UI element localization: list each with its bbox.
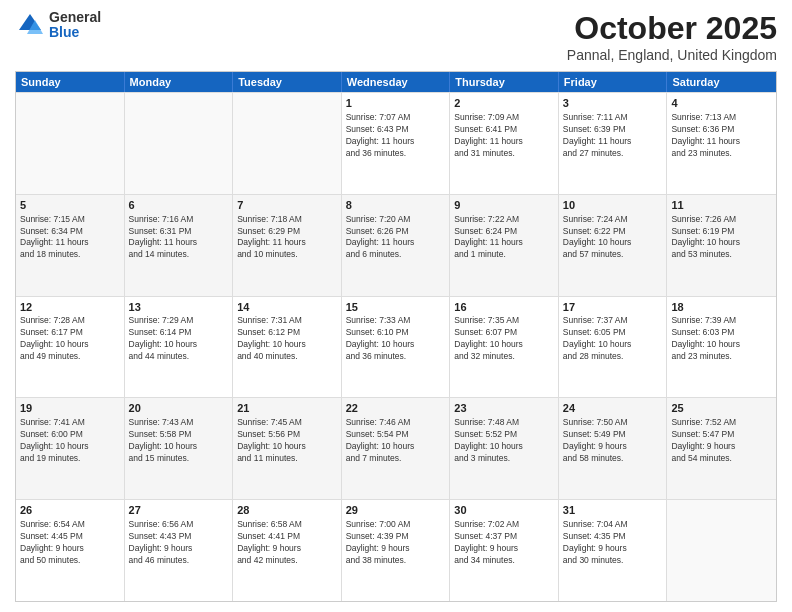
- cell-info: Sunrise: 7:00 AM Sunset: 4:39 PM Dayligh…: [346, 519, 446, 567]
- logo-text: General Blue: [49, 10, 101, 41]
- day-number: 7: [237, 198, 337, 213]
- logo-icon: [15, 10, 45, 40]
- page: General Blue October 2025 Pannal, Englan…: [0, 0, 792, 612]
- calendar-cell: 11Sunrise: 7:26 AM Sunset: 6:19 PM Dayli…: [667, 195, 776, 296]
- day-number: 9: [454, 198, 554, 213]
- calendar-cell: 17Sunrise: 7:37 AM Sunset: 6:05 PM Dayli…: [559, 297, 668, 398]
- calendar-cell: 18Sunrise: 7:39 AM Sunset: 6:03 PM Dayli…: [667, 297, 776, 398]
- cell-info: Sunrise: 7:50 AM Sunset: 5:49 PM Dayligh…: [563, 417, 663, 465]
- cell-info: Sunrise: 7:09 AM Sunset: 6:41 PM Dayligh…: [454, 112, 554, 160]
- calendar-cell: 14Sunrise: 7:31 AM Sunset: 6:12 PM Dayli…: [233, 297, 342, 398]
- cell-info: Sunrise: 7:20 AM Sunset: 6:26 PM Dayligh…: [346, 214, 446, 262]
- day-number: 23: [454, 401, 554, 416]
- calendar-cell: 28Sunrise: 6:58 AM Sunset: 4:41 PM Dayli…: [233, 500, 342, 601]
- calendar-body: 1Sunrise: 7:07 AM Sunset: 6:43 PM Daylig…: [16, 92, 776, 601]
- title-location: Pannal, England, United Kingdom: [567, 47, 777, 63]
- calendar-cell: 1Sunrise: 7:07 AM Sunset: 6:43 PM Daylig…: [342, 93, 451, 194]
- day-number: 21: [237, 401, 337, 416]
- day-number: 11: [671, 198, 772, 213]
- cell-info: Sunrise: 6:56 AM Sunset: 4:43 PM Dayligh…: [129, 519, 229, 567]
- day-number: 12: [20, 300, 120, 315]
- day-number: 24: [563, 401, 663, 416]
- header-day: Monday: [125, 72, 234, 92]
- calendar-cell: 31Sunrise: 7:04 AM Sunset: 4:35 PM Dayli…: [559, 500, 668, 601]
- cell-info: Sunrise: 7:39 AM Sunset: 6:03 PM Dayligh…: [671, 315, 772, 363]
- calendar-cell: 10Sunrise: 7:24 AM Sunset: 6:22 PM Dayli…: [559, 195, 668, 296]
- header-day: Friday: [559, 72, 668, 92]
- calendar-cell: 4Sunrise: 7:13 AM Sunset: 6:36 PM Daylig…: [667, 93, 776, 194]
- calendar-cell: 15Sunrise: 7:33 AM Sunset: 6:10 PM Dayli…: [342, 297, 451, 398]
- calendar-cell: 3Sunrise: 7:11 AM Sunset: 6:39 PM Daylig…: [559, 93, 668, 194]
- calendar-cell: 29Sunrise: 7:00 AM Sunset: 4:39 PM Dayli…: [342, 500, 451, 601]
- day-number: 20: [129, 401, 229, 416]
- calendar-cell: [125, 93, 234, 194]
- calendar-cell: 6Sunrise: 7:16 AM Sunset: 6:31 PM Daylig…: [125, 195, 234, 296]
- calendar-cell: 16Sunrise: 7:35 AM Sunset: 6:07 PM Dayli…: [450, 297, 559, 398]
- cell-info: Sunrise: 7:52 AM Sunset: 5:47 PM Dayligh…: [671, 417, 772, 465]
- day-number: 8: [346, 198, 446, 213]
- day-number: 19: [20, 401, 120, 416]
- cell-info: Sunrise: 7:07 AM Sunset: 6:43 PM Dayligh…: [346, 112, 446, 160]
- cell-info: Sunrise: 7:46 AM Sunset: 5:54 PM Dayligh…: [346, 417, 446, 465]
- day-number: 31: [563, 503, 663, 518]
- header: General Blue October 2025 Pannal, Englan…: [15, 10, 777, 63]
- calendar-cell: 27Sunrise: 6:56 AM Sunset: 4:43 PM Dayli…: [125, 500, 234, 601]
- calendar-cell: 7Sunrise: 7:18 AM Sunset: 6:29 PM Daylig…: [233, 195, 342, 296]
- calendar-row: 5Sunrise: 7:15 AM Sunset: 6:34 PM Daylig…: [16, 194, 776, 296]
- calendar-cell: 13Sunrise: 7:29 AM Sunset: 6:14 PM Dayli…: [125, 297, 234, 398]
- cell-info: Sunrise: 7:24 AM Sunset: 6:22 PM Dayligh…: [563, 214, 663, 262]
- title-month: October 2025: [567, 10, 777, 47]
- cell-info: Sunrise: 7:16 AM Sunset: 6:31 PM Dayligh…: [129, 214, 229, 262]
- header-day: Thursday: [450, 72, 559, 92]
- cell-info: Sunrise: 7:45 AM Sunset: 5:56 PM Dayligh…: [237, 417, 337, 465]
- header-day: Sunday: [16, 72, 125, 92]
- logo-general: General: [49, 10, 101, 25]
- day-number: 3: [563, 96, 663, 111]
- calendar-cell: 25Sunrise: 7:52 AM Sunset: 5:47 PM Dayli…: [667, 398, 776, 499]
- cell-info: Sunrise: 7:22 AM Sunset: 6:24 PM Dayligh…: [454, 214, 554, 262]
- calendar-cell: 9Sunrise: 7:22 AM Sunset: 6:24 PM Daylig…: [450, 195, 559, 296]
- cell-info: Sunrise: 7:48 AM Sunset: 5:52 PM Dayligh…: [454, 417, 554, 465]
- calendar-cell: 2Sunrise: 7:09 AM Sunset: 6:41 PM Daylig…: [450, 93, 559, 194]
- cell-info: Sunrise: 7:41 AM Sunset: 6:00 PM Dayligh…: [20, 417, 120, 465]
- day-number: 16: [454, 300, 554, 315]
- day-number: 15: [346, 300, 446, 315]
- cell-info: Sunrise: 7:02 AM Sunset: 4:37 PM Dayligh…: [454, 519, 554, 567]
- calendar-cell: 23Sunrise: 7:48 AM Sunset: 5:52 PM Dayli…: [450, 398, 559, 499]
- cell-info: Sunrise: 7:43 AM Sunset: 5:58 PM Dayligh…: [129, 417, 229, 465]
- calendar: SundayMondayTuesdayWednesdayThursdayFrid…: [15, 71, 777, 602]
- header-day: Saturday: [667, 72, 776, 92]
- calendar-cell: [233, 93, 342, 194]
- calendar-row: 26Sunrise: 6:54 AM Sunset: 4:45 PM Dayli…: [16, 499, 776, 601]
- calendar-cell: [16, 93, 125, 194]
- cell-info: Sunrise: 7:31 AM Sunset: 6:12 PM Dayligh…: [237, 315, 337, 363]
- day-number: 10: [563, 198, 663, 213]
- calendar-row: 19Sunrise: 7:41 AM Sunset: 6:00 PM Dayli…: [16, 397, 776, 499]
- cell-info: Sunrise: 7:35 AM Sunset: 6:07 PM Dayligh…: [454, 315, 554, 363]
- cell-info: Sunrise: 7:18 AM Sunset: 6:29 PM Dayligh…: [237, 214, 337, 262]
- cell-info: Sunrise: 7:11 AM Sunset: 6:39 PM Dayligh…: [563, 112, 663, 160]
- cell-info: Sunrise: 7:04 AM Sunset: 4:35 PM Dayligh…: [563, 519, 663, 567]
- day-number: 5: [20, 198, 120, 213]
- day-number: 25: [671, 401, 772, 416]
- calendar-cell: 24Sunrise: 7:50 AM Sunset: 5:49 PM Dayli…: [559, 398, 668, 499]
- calendar-cell: 21Sunrise: 7:45 AM Sunset: 5:56 PM Dayli…: [233, 398, 342, 499]
- logo: General Blue: [15, 10, 101, 41]
- day-number: 17: [563, 300, 663, 315]
- cell-info: Sunrise: 7:29 AM Sunset: 6:14 PM Dayligh…: [129, 315, 229, 363]
- calendar-cell: 30Sunrise: 7:02 AM Sunset: 4:37 PM Dayli…: [450, 500, 559, 601]
- calendar-row: 1Sunrise: 7:07 AM Sunset: 6:43 PM Daylig…: [16, 92, 776, 194]
- day-number: 22: [346, 401, 446, 416]
- title-block: October 2025 Pannal, England, United Kin…: [567, 10, 777, 63]
- day-number: 14: [237, 300, 337, 315]
- calendar-header: SundayMondayTuesdayWednesdayThursdayFrid…: [16, 72, 776, 92]
- calendar-cell: 26Sunrise: 6:54 AM Sunset: 4:45 PM Dayli…: [16, 500, 125, 601]
- cell-info: Sunrise: 7:26 AM Sunset: 6:19 PM Dayligh…: [671, 214, 772, 262]
- header-day: Tuesday: [233, 72, 342, 92]
- day-number: 6: [129, 198, 229, 213]
- day-number: 30: [454, 503, 554, 518]
- cell-info: Sunrise: 7:28 AM Sunset: 6:17 PM Dayligh…: [20, 315, 120, 363]
- day-number: 27: [129, 503, 229, 518]
- day-number: 2: [454, 96, 554, 111]
- cell-info: Sunrise: 7:33 AM Sunset: 6:10 PM Dayligh…: [346, 315, 446, 363]
